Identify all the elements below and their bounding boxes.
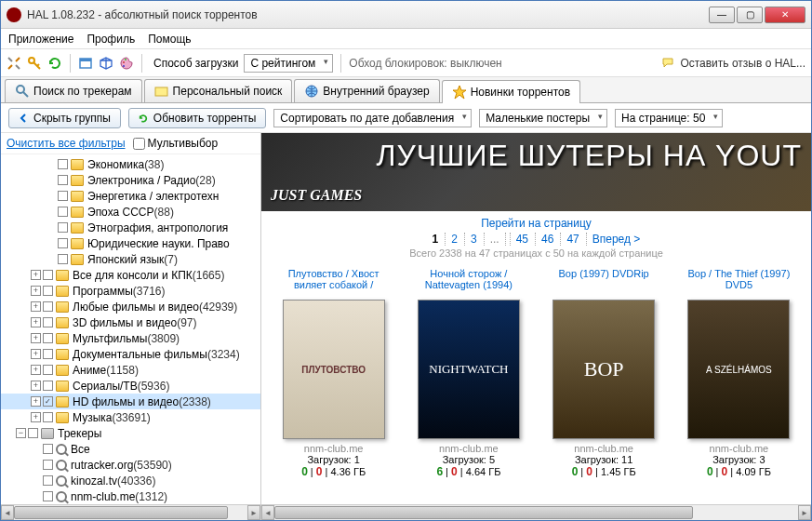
- tree-item[interactable]: +Все для консоли и КПК(1665): [1, 267, 260, 283]
- tree-item[interactable]: +Документальные фильмы(3234): [1, 346, 260, 362]
- tree-item[interactable]: +Аниме(1158): [1, 362, 260, 378]
- checkbox-icon[interactable]: [43, 491, 53, 501]
- clear-filters-link[interactable]: Очистить все фильтры: [7, 137, 126, 150]
- category-tree[interactable]: Экономика(38)Электроника / Радио(28)Энер…: [1, 154, 260, 504]
- checkbox-icon[interactable]: [43, 317, 53, 327]
- tree-item[interactable]: kinozal.tv(40336): [1, 473, 260, 488]
- refresh-icon[interactable]: [47, 56, 62, 71]
- page-forward[interactable]: Вперед >: [586, 233, 644, 246]
- tree-item[interactable]: +Мультфильмы(3809): [1, 330, 260, 346]
- tab-personal[interactable]: Персональный поиск: [144, 79, 293, 102]
- tree-item[interactable]: Японский язык(7): [1, 251, 260, 267]
- checkbox-icon[interactable]: [28, 428, 38, 438]
- tree-item[interactable]: Этнография, антропология: [1, 220, 260, 235]
- expand-icon[interactable]: +: [31, 286, 41, 296]
- checkbox-icon[interactable]: [58, 222, 68, 233]
- tree-item[interactable]: +Сериалы/ТВ(5936): [1, 378, 260, 394]
- checkbox-icon[interactable]: [58, 191, 68, 201]
- tree-item[interactable]: +Программы(3716): [1, 283, 260, 299]
- checkbox-icon[interactable]: [58, 238, 68, 248]
- checkbox-icon[interactable]: [58, 254, 68, 264]
- tree-item[interactable]: Энергетика / электротехн: [1, 188, 260, 204]
- card-title[interactable]: Ночной сторож / Nattevagten (1994): [409, 268, 527, 296]
- expand-icon[interactable]: +: [31, 349, 41, 359]
- minimize-button[interactable]: —: [709, 7, 735, 23]
- tree-item[interactable]: +✓HD фильмы и видео(2338): [1, 394, 260, 409]
- checkbox-icon[interactable]: [43, 365, 53, 375]
- card-poster[interactable]: ВОР: [552, 300, 655, 439]
- card-title[interactable]: Вор (1997) DVDRip: [545, 268, 663, 296]
- expand-icon[interactable]: +: [31, 365, 41, 375]
- multi-checkbox[interactable]: Мультивыбор: [133, 137, 219, 150]
- card-title[interactable]: Плутовство / Хвост виляет собакой /: [274, 268, 393, 296]
- card-poster[interactable]: ПЛУТОВСТВО: [283, 300, 385, 439]
- tree-item[interactable]: +3D фильмы и видео(97): [1, 314, 260, 330]
- checkbox-icon[interactable]: [58, 175, 68, 185]
- posters-combo[interactable]: Маленькие постеры: [479, 109, 607, 127]
- card-poster[interactable]: NIGHTWATCH: [418, 300, 520, 439]
- page-1[interactable]: 1: [430, 233, 442, 246]
- checkbox-icon[interactable]: [43, 412, 53, 422]
- refresh-torrents-button[interactable]: Обновить торренты: [128, 108, 266, 128]
- menu-profile[interactable]: Профиль: [87, 33, 135, 46]
- tree-item[interactable]: rutracker.org(53590): [1, 457, 260, 473]
- checkbox-icon[interactable]: [58, 207, 68, 217]
- page-46[interactable]: 46: [535, 233, 556, 246]
- checkbox-icon[interactable]: [43, 333, 53, 343]
- tree-item[interactable]: +Музыка(33691): [1, 409, 260, 425]
- tree-item[interactable]: Электроника / Радио(28): [1, 172, 260, 188]
- checkbox-icon[interactable]: [58, 159, 68, 169]
- tab-browser[interactable]: Внутренний браузер: [294, 79, 439, 102]
- palette-icon[interactable]: [119, 56, 134, 71]
- checkbox-icon[interactable]: [43, 270, 53, 280]
- tree-item[interactable]: nnm-club.me(1312): [1, 488, 260, 504]
- page-45[interactable]: 45: [510, 233, 531, 246]
- close-button[interactable]: ✕: [765, 7, 805, 23]
- expand-icon[interactable]: +: [31, 396, 41, 407]
- sidebar-scrollbar[interactable]: ◄►: [1, 504, 260, 520]
- expand-icon[interactable]: +: [31, 317, 41, 327]
- tree-item[interactable]: Эпоха СССР(88): [1, 204, 260, 220]
- card-poster[interactable]: A SZÉLHÁMOS: [687, 300, 790, 439]
- key-icon[interactable]: [27, 56, 42, 71]
- page-47[interactable]: 47: [560, 233, 581, 246]
- checkbox-icon[interactable]: [43, 381, 53, 391]
- cube-icon[interactable]: [99, 56, 113, 71]
- checkbox-icon[interactable]: [43, 444, 53, 454]
- page-3[interactable]: 3: [464, 233, 480, 246]
- expand-icon[interactable]: +: [31, 381, 41, 391]
- expand-icon[interactable]: +: [31, 301, 41, 312]
- maximize-button[interactable]: ▢: [737, 7, 763, 23]
- card-title[interactable]: Вор / The Thief (1997) DVD5: [680, 268, 798, 296]
- tab-news[interactable]: Новинки торрентов: [442, 80, 580, 103]
- checkbox-icon[interactable]: [43, 475, 53, 486]
- tree-item[interactable]: −Трекеры: [1, 425, 260, 441]
- sort-combo[interactable]: Сортировать по дате добавления: [273, 109, 472, 127]
- checkbox-icon[interactable]: [43, 349, 53, 359]
- page-2[interactable]: 2: [445, 233, 460, 246]
- menu-app[interactable]: Приложение: [8, 33, 73, 46]
- menu-help[interactable]: Помощь: [148, 33, 191, 46]
- checkbox-icon[interactable]: ✓: [43, 396, 53, 407]
- checkbox-icon[interactable]: [43, 460, 53, 470]
- tree-item[interactable]: Все: [1, 441, 260, 457]
- expand-icon[interactable]: +: [31, 412, 41, 422]
- titlebar[interactable]: HAL 1.08.232 - абсолютный поиск торренто…: [1, 1, 811, 29]
- window-icon[interactable]: [78, 56, 93, 71]
- loadmode-combo[interactable]: С рейтингом: [244, 54, 333, 73]
- tree-item[interactable]: +Любые фильмы и видео(42939): [1, 299, 260, 314]
- checkbox-icon[interactable]: [43, 286, 53, 296]
- main-scrollbar[interactable]: ◄►: [261, 504, 811, 520]
- tree-item[interactable]: Экономика(38): [1, 156, 260, 172]
- tools-icon[interactable]: [7, 56, 21, 71]
- expand-icon[interactable]: +: [31, 270, 41, 280]
- perpage-combo[interactable]: На странице: 50: [615, 109, 723, 127]
- expand-icon[interactable]: +: [31, 333, 41, 343]
- tree-item[interactable]: Юридические науки. Право: [1, 235, 260, 251]
- feedback-link[interactable]: Оставить отзыв о HAL...: [661, 56, 805, 71]
- expand-icon[interactable]: −: [16, 428, 26, 438]
- hide-groups-button[interactable]: Скрыть группы: [8, 108, 121, 128]
- tab-trackers[interactable]: Поиск по трекерам: [5, 79, 142, 102]
- banner[interactable]: JUST GAMES ЛУЧШИЕ ШУТЕРЫ НА YOUT: [261, 133, 811, 211]
- checkbox-icon[interactable]: [43, 301, 53, 312]
